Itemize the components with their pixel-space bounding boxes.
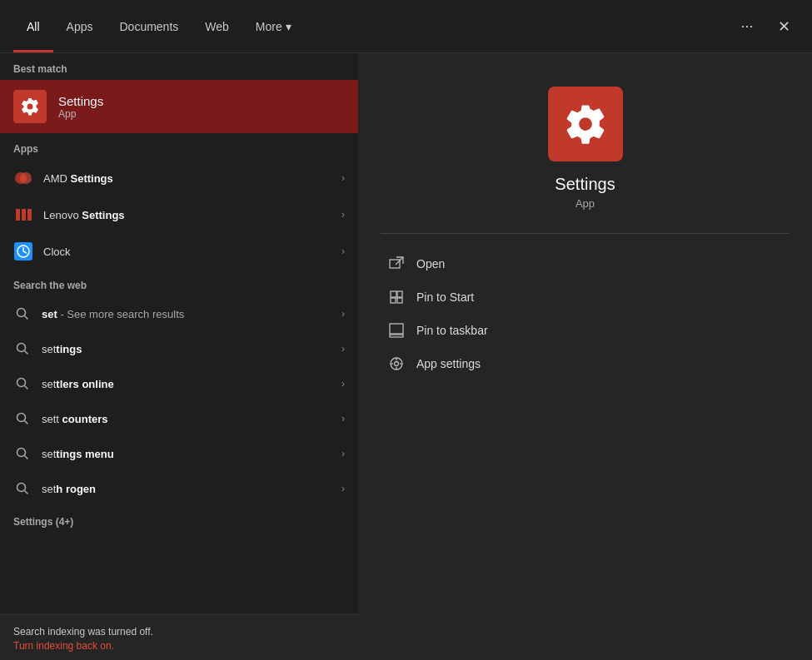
svg-rect-27 (390, 324, 403, 334)
apps-section-label: Apps (0, 133, 358, 160)
right-panel-title: Settings (555, 175, 615, 194)
indexing-message: Search indexing was turned off. (13, 626, 153, 638)
settings-menu-chevron: › (341, 448, 345, 459)
gear-icon (20, 97, 40, 117)
tab-all-label: All (27, 20, 40, 33)
main-content: Best match Settings App Apps (0, 53, 812, 660)
tab-more-label: More (256, 20, 282, 33)
lenovo-settings-chevron: › (341, 209, 345, 221)
best-match-label: Best match (0, 53, 358, 80)
top-navigation: All Apps Documents Web More ▾ ··· ✕ (0, 0, 812, 53)
pin-start-icon (388, 289, 405, 305)
app-item-clock[interactable]: Clock › (0, 233, 358, 270)
svg-rect-2 (16, 209, 20, 221)
settings-icon-small (13, 90, 47, 123)
indexing-link[interactable]: Turn indexing back on. (13, 640, 345, 652)
svg-point-9 (17, 309, 26, 317)
nav-actions: ··· ✕ (732, 12, 799, 42)
amd-settings-chevron: › (341, 172, 345, 184)
action-pin-start[interactable]: Pin to Start (371, 280, 799, 314)
app-settings-label: App settings (416, 357, 481, 370)
chevron-down-icon: ▾ (286, 20, 291, 33)
best-match-item[interactable]: Settings App (0, 80, 358, 133)
svg-line-16 (25, 421, 28, 424)
pin-taskbar-label: Pin to taskbar (416, 324, 488, 337)
search-icon-5 (13, 479, 32, 498)
search-item-settlers[interactable]: settlers online › (0, 366, 358, 401)
svg-rect-28 (390, 335, 403, 337)
tab-apps[interactable]: Apps (53, 0, 107, 52)
search-icon-0 (13, 305, 32, 323)
right-panel: Settings App Open (358, 53, 812, 660)
app-item-amd-settings[interactable]: AMD Settings › (0, 160, 358, 196)
right-panel-subtitle: App (575, 197, 595, 210)
search-text-settings: settings (42, 343, 331, 355)
settings-large-icon (548, 87, 623, 161)
search-item-seth-rogen[interactable]: seth rogen › (0, 471, 358, 506)
settings-group-label: Settings (4+) (0, 506, 358, 533)
action-app-settings[interactable]: App settings (371, 347, 799, 380)
action-list: Open Pin to Start (358, 247, 812, 380)
tab-web-label: Web (205, 20, 229, 33)
svg-rect-21 (390, 260, 400, 268)
lenovo-icon (13, 205, 33, 225)
search-text-see-more: set - See more search results (42, 308, 331, 320)
search-item-settings-menu[interactable]: settings menu › (0, 436, 358, 471)
app-item-lenovo-settings[interactable]: Lenovo Settings › (0, 196, 358, 233)
action-open[interactable]: Open (371, 247, 799, 280)
best-match-subtitle: App (58, 108, 103, 120)
svg-line-20 (25, 491, 28, 494)
svg-point-30 (395, 362, 399, 366)
close-button[interactable]: ✕ (769, 12, 799, 42)
tab-documents-label: Documents (119, 20, 178, 33)
ellipsis-button[interactable]: ··· (732, 12, 762, 42)
search-item-see-more[interactable]: set - See more search results › (0, 296, 358, 331)
tab-web[interactable]: Web (192, 0, 242, 52)
search-item-settings[interactable]: settings › (0, 331, 358, 366)
svg-point-13 (17, 379, 26, 387)
divider (381, 233, 790, 234)
search-window: All Apps Documents Web More ▾ ··· ✕ (0, 0, 812, 660)
search-icon-4 (13, 444, 32, 463)
app-settings-icon (388, 355, 405, 372)
svg-point-11 (17, 344, 26, 352)
amd-icon (13, 168, 33, 188)
clock-app-icon (14, 242, 32, 261)
search-text-counters: sett counters (42, 413, 331, 425)
svg-rect-24 (397, 291, 402, 297)
tab-all[interactable]: All (13, 0, 53, 52)
action-pin-taskbar[interactable]: Pin to taskbar (371, 314, 799, 347)
svg-point-1 (20, 172, 32, 184)
svg-rect-23 (391, 291, 396, 297)
seth-rogen-chevron: › (341, 483, 345, 494)
search-item-counters[interactable]: sett counters › (0, 401, 358, 436)
counters-chevron: › (341, 413, 345, 424)
settings-web-chevron: › (341, 343, 345, 355)
amd-settings-label: AMD Settings (43, 172, 331, 185)
best-match-title: Settings (58, 94, 103, 108)
tab-more[interactable]: More ▾ (242, 0, 305, 52)
open-icon (388, 256, 405, 272)
nav-tab-list: All Apps Documents Web More ▾ (13, 0, 732, 52)
search-icon-1 (13, 340, 32, 358)
lenovo-settings-icon (14, 206, 32, 224)
bottom-bar: Search indexing was turned off. Turn ind… (0, 614, 358, 660)
svg-rect-26 (397, 298, 402, 303)
lenovo-settings-label: Lenovo Settings (43, 209, 331, 221)
gear-large-icon (563, 102, 608, 146)
search-text-settlers: settlers online (42, 378, 331, 390)
svg-line-12 (25, 351, 28, 355)
tab-apps-label: Apps (67, 20, 93, 33)
close-icon: ✕ (778, 17, 790, 36)
search-icon-2 (13, 375, 32, 393)
tab-documents[interactable]: Documents (106, 0, 192, 52)
clock-label: Clock (43, 246, 331, 258)
svg-point-19 (17, 484, 26, 492)
settlers-chevron: › (341, 378, 345, 390)
ellipsis-icon: ··· (740, 17, 753, 35)
pin-start-label: Pin to Start (416, 290, 474, 304)
pin-taskbar-icon (388, 322, 405, 339)
svg-rect-3 (22, 209, 26, 221)
search-text-settings-menu: settings menu (42, 448, 331, 460)
svg-rect-25 (391, 298, 396, 303)
